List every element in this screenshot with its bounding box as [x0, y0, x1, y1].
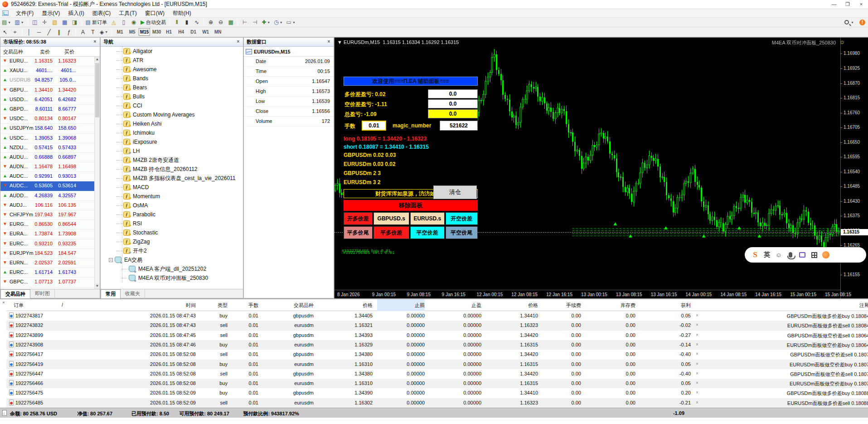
timeframe-m30[interactable]: M30 [151, 28, 162, 36]
ea-button-GBPUSD.s[interactable]: GBPUSD.s [373, 212, 409, 225]
market-watch-row[interactable]: ▼AUDJ...106.116106.135 [0, 201, 100, 210]
ea-button-平多价差[interactable]: 平多价差 [373, 226, 409, 239]
mic-icon[interactable] [785, 250, 796, 260]
clipboard-icon[interactable] [796, 250, 808, 260]
terminal-col-comment[interactable]: 注释 [712, 302, 868, 309]
terminal-col-profit[interactable]: 获利 [640, 302, 691, 309]
navigator-item-ea[interactable]: M4EA 双币对冲面板_250830 [101, 273, 243, 283]
metaeditor-button[interactable]: ◉ [129, 18, 138, 26]
data-window-close-icon[interactable]: × [326, 39, 332, 45]
menu-item-5[interactable]: 窗口(W) [141, 9, 169, 18]
terminal-col-type[interactable]: 类型 [200, 302, 228, 309]
terminal-col-price[interactable]: 价格 [318, 302, 373, 309]
ea-button-开多价差[interactable]: 开多价差 [344, 212, 373, 225]
scripts-button[interactable]: ▯ [119, 18, 128, 26]
zoom-out-button[interactable]: ⊖ [216, 18, 225, 26]
navigator-item-indicator[interactable]: ƒ开牛2 [101, 246, 243, 255]
market-watch-row[interactable]: ▼GBPC...1.077131.07737 [0, 278, 100, 287]
indicators-button[interactable]: ✚▼ [260, 18, 272, 26]
market-watch-row[interactable]: ▲EURC...1.617141.61743 [0, 268, 100, 278]
col-symbol[interactable]: 交易品种 [3, 49, 23, 55]
scroll-down-icon[interactable]: ▼ [95, 283, 100, 289]
bar-chart-button[interactable]: ǁ [172, 18, 181, 26]
navigator-item-indicator[interactable]: ƒParabolic [101, 210, 243, 219]
order-row[interactable]: 19227438172026.01.15 08:47:43buy0.01gbpu… [6, 311, 868, 321]
ea-button-平多价尾[interactable]: 平多价尾 [344, 226, 373, 239]
candlestick-button[interactable]: ▮ [182, 18, 191, 26]
terminal-col-swap[interactable]: 库存费 [586, 302, 635, 309]
navigator-item-indicator[interactable]: ƒAlligator [101, 47, 243, 56]
navigator-close-icon[interactable]: × [235, 39, 241, 45]
lots-input[interactable]: 0.01 [362, 121, 386, 131]
order-row[interactable]: 19227564472026.01.15 08:52:08sell0.01gbp… [6, 369, 868, 379]
navigator-item-indicator[interactable]: ƒCCI [101, 101, 243, 110]
navigator-item-indicator[interactable]: ƒiExposure [101, 137, 243, 146]
remove-panel-button[interactable]: 移除面板 [344, 200, 478, 211]
close-all-button[interactable]: 清仓 [433, 185, 477, 199]
navigator-item-indicator[interactable]: ƒRSI [101, 219, 243, 228]
expert-advisors-button[interactable]: ◬ [109, 18, 118, 26]
ea-button-平空价尾[interactable]: 平空价尾 [446, 226, 478, 239]
market-watch-row[interactable]: ▼USDC...0.801340.80147 [0, 114, 100, 124]
market-watch-row[interactable]: ▲AUDU...0.668880.66897 [0, 153, 100, 162]
arrange-2-button[interactable]: ⊣ [250, 18, 259, 26]
scrollbar-thumb[interactable] [95, 63, 99, 117]
close-order-icon[interactable]: × [693, 361, 701, 366]
market-watch-row[interactable]: ▲USDC...1.390531.39068 [0, 134, 100, 143]
sogou-logo-icon[interactable]: S [749, 250, 761, 260]
navigator-item-indicator[interactable]: ƒBears [101, 83, 243, 92]
close-order-icon[interactable]: × [693, 400, 701, 405]
language-toggle-icon[interactable]: 英 [761, 250, 773, 260]
close-button[interactable]: × [854, 0, 868, 9]
navigator-tab-常用[interactable]: 常用 [101, 289, 121, 298]
market-watch-row[interactable]: ▲USDD...6.420516.42682 [0, 95, 100, 105]
navigator-item-indicator[interactable]: ƒM4ZB 2唐奇安通道 [101, 156, 243, 165]
market-watch-row[interactable]: ▲AUDC...0.929910.93013 [0, 172, 100, 181]
market-watch-scrollbar[interactable]: ▲ ▼ [94, 57, 100, 289]
text-tool[interactable]: A [78, 28, 87, 36]
time-axis[interactable]: 8 Jan 20269 Jan 00:159 Jan 08:159 Jan 16… [335, 290, 840, 299]
close-order-icon[interactable]: × [693, 313, 701, 318]
navigator-item-indicator[interactable]: ƒM4ZB 多指标仪表盘_cest_la_vie_2026011 [101, 174, 243, 183]
navigator-item-indicator[interactable]: ƒZigZag [101, 237, 243, 246]
terminal-col-lots[interactable]: 手数 [232, 302, 258, 309]
menu-item-1[interactable]: 显示(V) [38, 9, 64, 18]
minimize-button[interactable]: — [827, 0, 841, 9]
order-row[interactable]: 19227564662026.01.15 08:52:08buy0.01euru… [6, 379, 868, 388]
tile-windows-button[interactable]: ▦ [226, 18, 235, 26]
market-watch-row[interactable]: ▲USDJPYm158.640158.650 [0, 124, 100, 133]
emoji-icon[interactable]: ☺ [773, 250, 785, 260]
navigator-item-indicator[interactable]: ƒMomentum [101, 192, 243, 201]
community-icon[interactable]: ! [859, 19, 865, 25]
timeframe-mn[interactable]: MN [212, 28, 223, 36]
col-bid[interactable]: 卖价 [40, 49, 50, 55]
data-window-toggle[interactable]: ✛ [40, 18, 49, 26]
close-order-icon[interactable]: × [693, 322, 701, 327]
shapes-tool[interactable]: ◈▼ [98, 28, 109, 36]
market-watch-row[interactable]: ▼EURC...0.932100.93235 [0, 239, 100, 249]
ea-smiley-icon[interactable]: ☺ [839, 39, 845, 45]
terminal-col-price2[interactable]: 价格 [486, 302, 538, 309]
search-button[interactable]: ▼ [843, 18, 855, 26]
terminal-col-sl[interactable]: 止损 [377, 299, 425, 311]
navigator-item-indicator[interactable]: ƒMACD [101, 183, 243, 192]
strategy-tester-toggle[interactable]: ◨ [70, 18, 79, 26]
col-ask[interactable]: 买价 [64, 49, 74, 55]
new-chart-button[interactable]: ▤▼ [0, 18, 12, 26]
market-watch-row[interactable]: ▲AUDD...4.268394.32557 [0, 191, 100, 201]
arrange-1-button[interactable]: ⊢ [240, 18, 249, 26]
timeframe-m15[interactable]: M15 [139, 28, 150, 36]
market-watch-row[interactable]: ▼EURA...1.738741.73908 [0, 229, 100, 239]
terminal-col-time[interactable]: 时间 [70, 302, 196, 309]
terminal-close-icon[interactable]: × [1, 300, 6, 306]
close-order-icon[interactable]: × [693, 380, 701, 385]
order-row[interactable]: 19227564852026.01.15 08:52:09sell0.01eur… [6, 398, 868, 408]
fibonacci-tool[interactable]: ƒ [64, 28, 73, 36]
order-row[interactable]: 19227438322026.01.15 08:47:43sell0.01eur… [6, 321, 868, 330]
close-order-icon[interactable]: × [693, 351, 701, 356]
menu-item-3[interactable]: 图表(C) [88, 9, 115, 18]
market-watch-row[interactable]: ▼AUDC...0.536050.53614 [0, 181, 100, 191]
vline-tool[interactable]: │ [24, 28, 34, 36]
navigator-item-indicator[interactable]: ƒIchimoku [101, 128, 243, 137]
navigator-item-indicator[interactable]: ƒATR [101, 56, 243, 65]
